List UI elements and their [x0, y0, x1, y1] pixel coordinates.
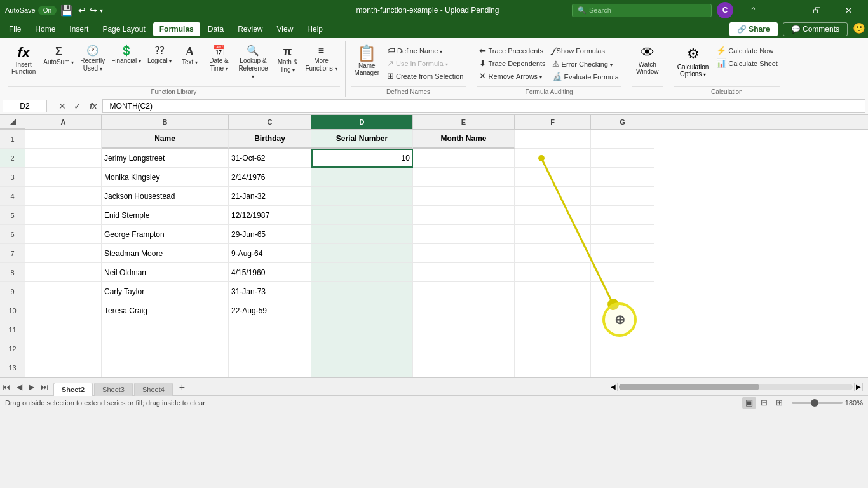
name-manager-button[interactable]: 📋 NameManager — [351, 43, 383, 79]
autosum-button[interactable]: Σ AutoSum ▾ — [41, 43, 76, 69]
cell-G10[interactable] — [591, 301, 654, 320]
cell-F9[interactable] — [515, 282, 591, 301]
cell-D3[interactable] — [311, 168, 413, 187]
search-box[interactable]: 🔍 — [572, 4, 712, 17]
cell-E11[interactable] — [413, 320, 515, 339]
cell-A13[interactable] — [25, 358, 102, 377]
cell-A6[interactable] — [25, 225, 102, 244]
cell-E1[interactable]: Month Name — [413, 130, 515, 149]
col-header-D[interactable]: D — [311, 115, 413, 129]
cell-F11[interactable] — [515, 320, 591, 339]
cell-E13[interactable] — [413, 358, 515, 377]
cell-B11[interactable] — [102, 320, 229, 339]
cell-F3[interactable] — [515, 168, 591, 187]
cell-C7[interactable]: 9-Aug-64 — [229, 244, 311, 263]
row-num-7[interactable]: 7 — [0, 244, 25, 263]
lookup-ref-button[interactable]: 🔍 Lookup &Reference ▾ — [234, 43, 272, 83]
cell-G7[interactable] — [591, 244, 654, 263]
row-num-13[interactable]: 13 — [0, 358, 25, 377]
cell-C6[interactable]: 29-Jun-65 — [229, 225, 311, 244]
cell-G6[interactable] — [591, 225, 654, 244]
cell-B7[interactable]: Steadman Moore — [102, 244, 229, 263]
error-checking-button[interactable]: ⚠ Error Checking ▾ — [550, 58, 621, 70]
cell-E6[interactable] — [413, 225, 515, 244]
cell-G2[interactable] — [591, 149, 654, 168]
menu-item-file[interactable]: File — [3, 22, 27, 36]
row-num-8[interactable]: 8 — [0, 263, 25, 282]
sheet-tab-sheet4[interactable]: Sheet4 — [134, 383, 173, 396]
cell-D2[interactable]: 10 — [311, 149, 413, 168]
cell-D10[interactable] — [311, 301, 413, 320]
cell-A9[interactable] — [25, 282, 102, 301]
row-num-11[interactable]: 11 — [0, 320, 25, 339]
save-icon[interactable]: 💾 — [60, 4, 73, 17]
search-input[interactable] — [589, 6, 703, 14]
page-break-view-button[interactable]: ⊞ — [773, 397, 787, 409]
watch-window-button[interactable]: 👁 WatchWindow — [632, 43, 663, 78]
cell-B1[interactable]: Name — [102, 130, 229, 149]
col-header-C[interactable]: C — [229, 115, 311, 129]
sheet-tab-sheet3[interactable]: Sheet3 — [94, 383, 133, 396]
cell-C9[interactable]: 31-Jan-73 — [229, 282, 311, 301]
math-trig-button[interactable]: π Math &Trig ▾ — [273, 43, 301, 76]
cell-D7[interactable] — [311, 244, 413, 263]
remove-arrows-button[interactable]: ✕ Remove Arrows ▾ — [477, 70, 548, 82]
cell-B13[interactable] — [102, 358, 229, 377]
cell-D12[interactable] — [311, 339, 413, 358]
more-functions-button[interactable]: ≡ MoreFunctions ▾ — [302, 43, 339, 75]
horizontal-scrollbar-track[interactable] — [619, 384, 853, 390]
scroll-right-button[interactable]: ▶ — [854, 383, 863, 391]
cell-G13[interactable] — [591, 358, 654, 377]
cell-C5[interactable]: 12/12/1987 — [229, 206, 311, 225]
cell-D9[interactable] — [311, 282, 413, 301]
menu-item-review[interactable]: Review — [231, 22, 269, 36]
close-button[interactable]: ✕ — [834, 0, 863, 20]
cell-G3[interactable] — [591, 168, 654, 187]
col-header-A[interactable]: A — [25, 115, 102, 129]
row-num-10[interactable]: 10 — [0, 301, 25, 320]
cell-B2[interactable]: Jerimy Longstreet — [102, 149, 229, 168]
cell-F1[interactable] — [515, 130, 591, 149]
cell-E10[interactable] — [413, 301, 515, 320]
cell-C1[interactable]: Birthday — [229, 130, 311, 149]
sheet-nav-prev[interactable]: ◀ — [14, 381, 25, 393]
calculate-now-button[interactable]: ⚡ Calculate Now — [714, 44, 780, 57]
cell-G4[interactable] — [591, 187, 654, 206]
sheet-nav-first[interactable]: ⏮ — [0, 381, 13, 393]
cell-B6[interactable]: George Frampton — [102, 225, 229, 244]
cell-F2[interactable] — [515, 149, 591, 168]
cell-A10[interactable] — [25, 301, 102, 320]
sheet-nav-next[interactable]: ▶ — [26, 381, 37, 393]
trace-dependents-button[interactable]: ⬇ Trace Dependents — [477, 57, 548, 69]
add-sheet-button[interactable]: + — [174, 379, 190, 396]
cell-C11[interactable] — [229, 320, 311, 339]
row-num-9[interactable]: 9 — [0, 282, 25, 301]
ribbon-toggle-btn[interactable]: ⌃ — [738, 0, 768, 20]
cell-D6[interactable] — [311, 225, 413, 244]
quick-access-dropdown[interactable]: ▾ — [100, 7, 103, 14]
cell-F5[interactable] — [515, 206, 591, 225]
calculate-sheet-button[interactable]: 📊 Calculate Sheet — [714, 57, 780, 69]
col-header-F[interactable]: F — [515, 115, 591, 129]
cell-E8[interactable] — [413, 263, 515, 282]
cell-E4[interactable] — [413, 187, 515, 206]
cell-C10[interactable]: 22-Aug-59 — [229, 301, 311, 320]
cell-B4[interactable]: Jackson Housestead — [102, 187, 229, 206]
cell-A4[interactable] — [25, 187, 102, 206]
cell-G12[interactable] — [591, 339, 654, 358]
cell-C12[interactable] — [229, 339, 311, 358]
cell-G1[interactable] — [591, 130, 654, 149]
cell-D1[interactable]: Serial Number — [311, 130, 413, 149]
text-button[interactable]: A Text ▾ — [175, 43, 203, 69]
cancel-formula-button[interactable]: ✕ — [55, 99, 69, 113]
cell-E3[interactable] — [413, 168, 515, 187]
cell-G9[interactable] — [591, 282, 654, 301]
cell-A3[interactable] — [25, 168, 102, 187]
cell-A5[interactable] — [25, 206, 102, 225]
trace-precedents-button[interactable]: ⬅ Trace Precedents — [477, 44, 548, 57]
menu-item-formulas[interactable]: Formulas — [153, 22, 200, 36]
cell-E9[interactable] — [413, 282, 515, 301]
zoom-slider[interactable] — [792, 402, 843, 404]
redo-button[interactable]: ↪ — [88, 4, 98, 17]
cell-A2[interactable] — [25, 149, 102, 168]
